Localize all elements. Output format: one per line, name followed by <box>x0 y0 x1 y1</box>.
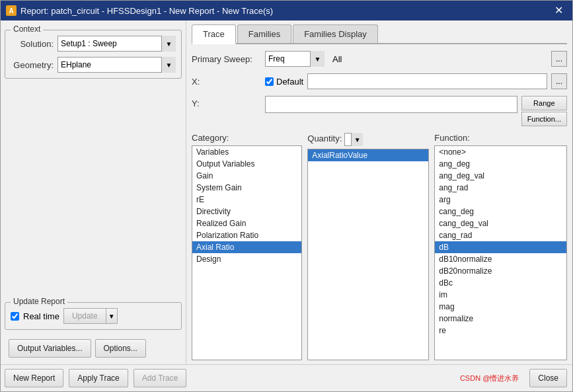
category-list[interactable]: VariablesOutput VariablesGainSystem Gain… <box>192 145 302 360</box>
category-list-item[interactable]: Design <box>192 253 301 265</box>
y-row: Y: dB(AxialRatioValue) Range Function... <box>192 96 567 126</box>
function-button[interactable]: Function... <box>521 112 567 126</box>
quantity-select[interactable] <box>344 133 363 146</box>
quantity-column: Quantity: ▼ AxialRatioValue <box>307 133 429 360</box>
solution-row: Solution: Setup1 : Sweep ▼ <box>11 36 176 52</box>
realtime-label: Real time <box>23 311 59 321</box>
primary-sweep-ellipsis-button[interactable]: ... <box>551 51 567 67</box>
update-dropdown-button[interactable]: ▼ <box>106 308 118 324</box>
primary-sweep-all: All <box>328 54 547 64</box>
category-list-item[interactable]: Axial Ratio <box>192 241 301 253</box>
lists-area: Category: VariablesOutput VariablesGainS… <box>192 133 567 360</box>
tab-bar: Trace Families Families Display <box>192 24 567 44</box>
function-list-item[interactable]: arg <box>435 194 566 206</box>
function-list-item[interactable]: cang_rad <box>435 229 566 241</box>
quantity-list[interactable]: AxialRatioValue <box>307 149 429 360</box>
tab-families-display[interactable]: Families Display <box>293 24 378 43</box>
category-list-item[interactable]: System Gain <box>192 182 301 194</box>
function-list-item[interactable]: dB <box>435 241 566 253</box>
solution-select[interactable]: Setup1 : Sweep <box>57 36 176 52</box>
quantity-label: Quantity: <box>307 134 342 143</box>
primary-sweep-label: Primary Sweep: <box>192 54 261 64</box>
function-label: Function: <box>434 133 567 143</box>
options-button[interactable]: Options... <box>95 339 146 358</box>
solution-select-wrapper: Setup1 : Sweep ▼ <box>57 36 176 52</box>
function-list-item[interactable]: dB10normalize <box>435 253 566 265</box>
category-column: Category: VariablesOutput VariablesGainS… <box>192 133 302 360</box>
primary-sweep-row: Primary Sweep: Freq ▼ All ... <box>192 51 567 67</box>
geometry-row: Geometry: EHplane ▼ <box>11 57 176 73</box>
x-default-label: Default <box>276 77 303 87</box>
geometry-label: Geometry: <box>11 60 54 70</box>
function-list-item[interactable]: mag <box>435 301 566 313</box>
primary-sweep-select[interactable]: Freq <box>265 51 325 67</box>
y-input[interactable]: dB(AxialRatioValue) <box>265 96 517 113</box>
category-list-item[interactable]: Output Variables <box>192 158 301 170</box>
new-report-button[interactable]: New Report <box>5 369 63 387</box>
tab-trace[interactable]: Trace <box>192 24 236 44</box>
update-button[interactable]: Update <box>63 308 106 324</box>
tab-families[interactable]: Families <box>237 24 291 43</box>
y-label: Y: <box>192 96 261 108</box>
app-icon: A <box>6 5 17 16</box>
function-list-item[interactable]: cang_deg_val <box>435 217 566 229</box>
function-list-item[interactable]: ang_deg <box>435 158 566 170</box>
title-bar-left: A Report: patch_circuit - HFSSDesign1 - … <box>6 5 273 16</box>
function-list-item[interactable]: <none> <box>435 146 566 158</box>
left-panel: Context Solution: Setup1 : Sweep ▼ Geome… <box>1 20 186 364</box>
bottom-left: New Report Apply Trace Add Trace <box>5 369 186 387</box>
solution-label: Solution: <box>11 39 54 49</box>
category-list-item[interactable]: Polarization Ratio <box>192 229 301 241</box>
x-default-group: Default <box>265 77 303 87</box>
function-list-item[interactable]: im <box>435 289 566 301</box>
x-label: X: <box>192 77 261 87</box>
output-variables-button[interactable]: Output Variables... <box>9 339 91 358</box>
update-report-label: Update Report <box>11 297 67 306</box>
close-button[interactable]: Close <box>529 369 567 387</box>
function-column: Function: <none>ang_degang_deg_valang_ra… <box>434 133 567 360</box>
function-list-item[interactable]: re <box>435 325 566 336</box>
title-bar: A Report: patch_circuit - HFSSDesign1 - … <box>1 1 572 20</box>
category-list-item[interactable]: rE <box>192 194 301 206</box>
update-row: Real time Update ▼ <box>11 308 176 324</box>
range-button[interactable]: Range <box>521 96 567 110</box>
y-input-wrapper: dB(AxialRatioValue) <box>265 96 517 113</box>
category-list-item[interactable]: Gain <box>192 170 301 182</box>
quantity-list-item[interactable]: AxialRatioValue <box>308 149 428 161</box>
function-list-item[interactable]: ang_rad <box>435 182 566 194</box>
function-list-item[interactable]: cang_deg <box>435 206 566 217</box>
context-group: Context Solution: Setup1 : Sweep ▼ Geome… <box>5 30 182 79</box>
update-report-group: Update Report Real time Update ▼ <box>5 302 182 330</box>
bottom-right: CSDN @懵进水养 Close <box>460 369 567 387</box>
primary-sweep-select-wrapper: Freq ▼ <box>265 51 325 67</box>
category-list-item[interactable]: Variables <box>192 146 301 158</box>
category-label: Category: <box>192 133 302 143</box>
x-input[interactable]: Freq <box>307 73 547 89</box>
geometry-select-wrapper: EHplane ▼ <box>57 57 176 73</box>
context-group-label: Context <box>11 24 43 34</box>
window-title: Report: patch_circuit - HFSSDesign1 - Ne… <box>20 6 273 16</box>
function-list-item[interactable]: dBc <box>435 277 566 289</box>
apply-trace-button[interactable]: Apply Trace <box>69 369 128 387</box>
x-default-checkbox[interactable] <box>265 77 274 86</box>
geometry-select[interactable]: EHplane <box>57 57 176 73</box>
quantity-header: Quantity: ▼ <box>307 133 429 146</box>
x-ellipsis-button[interactable]: ... <box>551 73 567 89</box>
watermark: CSDN @懵进水养 <box>460 373 519 383</box>
main-window: A Report: patch_circuit - HFSSDesign1 - … <box>0 0 573 392</box>
function-list[interactable]: <none>ang_degang_deg_valang_radargcang_d… <box>434 145 567 360</box>
realtime-checkbox[interactable] <box>11 312 19 321</box>
category-list-item[interactable]: Realized Gain <box>192 217 301 229</box>
add-trace-button[interactable]: Add Trace <box>134 369 187 387</box>
window-close-button[interactable]: ✕ <box>551 4 567 17</box>
function-list-item[interactable]: ang_deg_val <box>435 170 566 182</box>
bottom-left-buttons: Output Variables... Options... <box>5 336 182 360</box>
x-row: X: Default Freq ... <box>192 73 567 89</box>
category-list-item[interactable]: Directivity <box>192 206 301 217</box>
update-btn-wrapper: Update ▼ <box>63 308 118 324</box>
quantity-dropdown-wrapper: ▼ <box>344 133 363 146</box>
right-panel: Trace Families Families Display Primary … <box>186 20 572 364</box>
function-list-item[interactable]: normalize <box>435 313 566 325</box>
y-right-buttons: Range Function... <box>521 96 567 126</box>
function-list-item[interactable]: dB20normalize <box>435 265 566 277</box>
